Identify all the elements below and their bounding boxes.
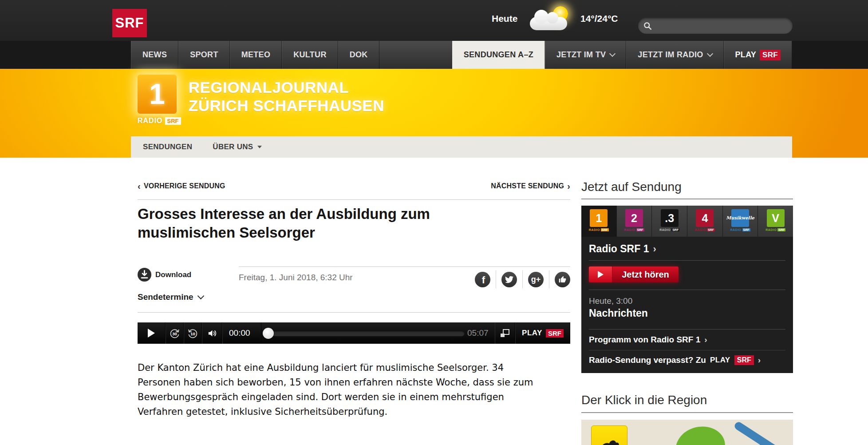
programme-link-label: Programm von Radio SRF 1 (589, 335, 700, 345)
thumb-up-icon (559, 276, 566, 283)
divider (496, 270, 496, 288)
divider (522, 270, 523, 288)
station-tab-radio-srf-4-news[interactable]: 4 RADIO SRF (687, 206, 723, 237)
sidebar: Jetzt auf Sendung 1 RADIO SRF 2 RADIO (581, 158, 793, 445)
mini-radio-label: RADIO (765, 228, 777, 231)
nav-item-news[interactable]: NEWS (131, 41, 178, 69)
facebook-icon: f (482, 274, 485, 286)
radio-srf-virus-logo: V (767, 209, 785, 227)
player-skip-back-30-button[interactable]: 30 (166, 322, 184, 344)
download-button[interactable]: Download (138, 268, 239, 282)
previous-broadcast-link[interactable]: ‹ VORHERIGE SENDUNG (138, 182, 225, 190)
radio-srf-1-logo: 1 (590, 209, 608, 227)
srf-logo[interactable]: SRF (112, 9, 147, 37)
audio-player: 30 10 (138, 322, 570, 344)
srf-red-badge: SRF (760, 50, 781, 60)
nav-jetzt-im-radio-label: JETZT IM RADIO (638, 50, 703, 60)
subnav-item-ueber-uns[interactable]: ÜBER UNS (213, 143, 261, 151)
search-icon (643, 21, 652, 31)
svg-text:10: 10 (190, 331, 195, 336)
srf-red-badge: SRF (734, 355, 754, 365)
station-title-link[interactable]: Radio SRF 1 › (589, 243, 785, 255)
radio-srf-wordmark: RADIO SRF (765, 228, 785, 231)
article-column: ‹ VORHERIGE SENDUNG NÄCHSTE SENDUNG › Gr… (138, 158, 570, 445)
missed-broadcast-link[interactable]: Radio-Sendung verpasst? Zu PLAY SRF › (589, 355, 785, 365)
player-current-time: 00:00 (222, 322, 261, 344)
player-popout-button[interactable] (495, 322, 515, 344)
googleplus-share-button[interactable]: g+ (528, 272, 544, 287)
chevron-right-icon: › (758, 355, 761, 365)
listen-now-button[interactable]: Jetzt hören (589, 266, 679, 282)
play-srf-play-label: PLAY (522, 329, 542, 338)
station-tab-radio-srf-musikwelle[interactable]: Musikwelle RADIO SRF (723, 206, 758, 237)
next-broadcast-link[interactable]: NÄCHSTE SENDUNG › (491, 182, 570, 190)
publish-date: Freitag, 1. Juni 2018, 6:32 Uhr (239, 273, 353, 282)
region-map[interactable] (581, 420, 793, 445)
divider (581, 199, 793, 199)
radio-srf1-number: 1 (138, 75, 177, 114)
share-button[interactable] (555, 272, 570, 287)
player-play-srf-link[interactable]: PLAY SRF (515, 322, 570, 344)
srf-red-badge: SRF (546, 329, 564, 338)
chevron-right-icon: › (704, 335, 707, 345)
download-icon (138, 268, 151, 282)
mini-radio-label: RADIO (659, 228, 671, 231)
nav-item-sport[interactable]: SPORT (178, 41, 230, 69)
nav-item-meteo[interactable]: METEO (230, 41, 282, 69)
player-volume-button[interactable] (202, 322, 222, 344)
mini-srf-badge: SRF (601, 228, 609, 231)
radio-srf-wordmark: RADIO SRF (589, 228, 609, 231)
twitter-share-button[interactable] (501, 272, 517, 287)
divider (138, 312, 570, 313)
nav-item-jetzt-im-radio[interactable]: JETZT IM RADIO (626, 41, 723, 69)
nav-item-sendungen-az[interactable]: SENDUNGEN A–Z (452, 41, 545, 69)
radio-srf-wordmark: RADIO SRF (659, 228, 679, 231)
nav-strip: NEWS SPORT METEO KULTUR DOK SENDUNGEN A–… (131, 41, 792, 69)
mini-srf-badge: SRF (742, 228, 750, 231)
nav-item-play-srf[interactable]: PLAY SRF (724, 41, 792, 69)
facebook-share-button[interactable]: f (475, 272, 490, 287)
play-srf-play-label: PLAY (710, 356, 730, 365)
subnav-item-sendungen[interactable]: SENDUNGEN (143, 143, 192, 151)
station-tab-radio-srf-virus[interactable]: V RADIO SRF (758, 206, 793, 237)
schaffhausen-coat-of-arms (591, 425, 627, 445)
search-box[interactable] (638, 18, 793, 34)
main-area: ‹ VORHERIGE SENDUNG NÄCHSTE SENDUNG › Gr… (0, 158, 868, 445)
station-tab-radio-srf-1[interactable]: 1 RADIO SRF (581, 206, 617, 237)
programme-link[interactable]: Programm von Radio SRF 1 › (589, 335, 785, 345)
radio-srf1-logo[interactable]: 1 RADIO SRF (138, 75, 181, 125)
radio-srf-2-logo: 2 (625, 209, 643, 227)
twitter-icon (505, 275, 513, 284)
divider (589, 329, 785, 330)
station-tab-radio-srf-3[interactable]: .3 RADIO SRF (652, 206, 687, 237)
nav-item-jetzt-im-tv[interactable]: JETZT IM TV (545, 41, 626, 69)
weather-sun-cloud-icon[interactable] (529, 4, 575, 34)
player-skip-forward-10-button[interactable]: 10 (184, 322, 202, 344)
listen-play-cap (589, 266, 612, 282)
show-subnav: SENDUNGEN ÜBER UNS (131, 136, 792, 158)
divider (589, 350, 785, 350)
chevron-right-icon: › (653, 243, 656, 255)
article-meta-right: Freitag, 1. Juni 2018, 6:32 Uhr f g+ (239, 266, 570, 311)
chevron-left-icon: ‹ (138, 183, 141, 190)
widget-body: Radio SRF 1 › Jetzt hören Heute, 3:00 Na… (581, 243, 793, 365)
play-icon (598, 271, 604, 278)
station-tab-radio-srf-2-kultur[interactable]: 2 RADIO SRF (617, 206, 652, 237)
srf-wordmark-badge: SRF (165, 117, 181, 125)
player-progress-track[interactable] (261, 322, 467, 344)
show-title-line2: ZÜRICH SCHAFFHAUSEN (189, 96, 384, 115)
nav-item-kultur[interactable]: KULTUR (282, 41, 338, 69)
sendetermine-toggle[interactable]: Sendetermine (138, 292, 239, 302)
main-navigation: NEWS SPORT METEO KULTUR DOK SENDUNGEN A–… (0, 41, 868, 69)
radio-srf-4-logo: 4 (696, 209, 714, 227)
progress-knob[interactable] (263, 328, 274, 339)
player-play-button[interactable] (138, 322, 166, 344)
progress-bar[interactable] (264, 330, 465, 336)
play-icon (148, 329, 155, 338)
radio-wordmark: RADIO (138, 117, 163, 125)
nav-item-dok[interactable]: DOK (338, 41, 379, 69)
search-input[interactable] (655, 21, 788, 31)
mini-radio-label: RADIO (730, 228, 741, 231)
previous-broadcast-label: VORHERIGE SENDUNG (144, 182, 225, 190)
radio-srf-3-logo: .3 (661, 209, 679, 227)
